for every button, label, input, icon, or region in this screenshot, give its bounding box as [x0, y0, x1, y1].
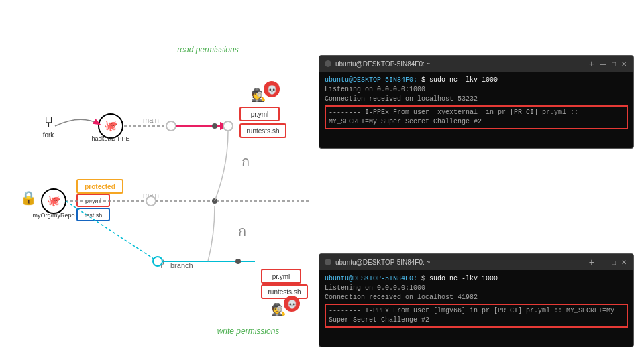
terminal-bottom-line1: Listening on 0.0.0.0:1000: [325, 284, 628, 293]
terminal-bottom-body: ubuntu@DESKTOP-5IN84F0: $ sudo nc -lkv 1…: [319, 270, 633, 332]
maximize-button[interactable]: □: [610, 60, 617, 68]
svg-text:hacker/D-PPE: hacker/D-PPE: [91, 135, 129, 142]
terminal-bottom-icon: [325, 259, 331, 265]
svg-point-30: [146, 196, 156, 206]
terminal-bottom-highlight: -------- I-PPEx From user [lmgv66] in pr…: [325, 304, 628, 328]
terminal-bottom-prompt-line: ubuntu@DESKTOP-5IN84F0: $ sudo nc -lkv 1…: [325, 274, 628, 284]
read-permissions-label: read permissions: [177, 45, 238, 54]
terminal-bottom: ubuntu@DESKTOP-5IN84F0: ~ + — □ ✕ ubuntu…: [319, 253, 634, 347]
svg-text:🐙: 🐙: [104, 119, 117, 132]
terminal-top-highlight: -------- I-PPEx From user [xyexternal] i…: [325, 105, 628, 129]
terminal-bottom-controls[interactable]: — □ ✕: [598, 259, 628, 266]
terminal-bottom-cmd: $ sudo nc -lkv 1000: [421, 275, 498, 282]
terminal-top-title: ubuntu@DESKTOP-5IN84F0: ~: [335, 60, 585, 68]
svg-text:🔒: 🔒: [20, 190, 37, 206]
terminal-top-icon: [325, 60, 331, 67]
terminal-top-line2: Connection received on localhost 53232: [325, 95, 628, 104]
svg-text:ก: ก: [238, 224, 246, 239]
terminal-top-cmd: $ sudo nc -lkv 1000: [421, 76, 498, 84]
svg-line-41: [66, 201, 158, 261]
terminal-top-line1: Listening on 0.0.0.0:1000: [325, 85, 628, 95]
terminal-bottom-titlebar: ubuntu@DESKTOP-5IN84F0: ~ + — □ ✕: [319, 254, 633, 270]
minimize-button[interactable]: —: [598, 60, 608, 68]
svg-text:ก: ก: [241, 154, 250, 169]
diagram-area: read permissions ⑂ fork 🐙 hacker/D-PPE m…: [0, 0, 322, 362]
svg-text:💀: 💀: [267, 84, 277, 95]
terminal-top: ubuntu@DESKTOP-5IN84F0: ~ + — □ ✕ ubuntu…: [319, 55, 634, 149]
terminal-bottom-prompt: ubuntu@DESKTOP-5IN84F0:: [325, 275, 417, 282]
close-button-bottom[interactable]: ✕: [620, 259, 628, 266]
svg-point-42: [153, 257, 162, 266]
svg-text:runtests.sh: runtests.sh: [268, 288, 301, 296]
svg-text:protected: protected: [85, 183, 115, 190]
svg-text:fork: fork: [43, 131, 55, 139]
terminal-bottom-plus[interactable]: +: [589, 257, 594, 267]
svg-text:runtests.sh: runtests.sh: [247, 127, 280, 135]
svg-text:main: main: [143, 116, 159, 124]
svg-text:branch: branch: [170, 261, 193, 269]
svg-point-44: [235, 259, 241, 264]
svg-text:pr.yml: pr.yml: [251, 111, 269, 118]
terminals-area: ubuntu@DESKTOP-5IN84F0: ~ + — □ ✕ ubuntu…: [315, 0, 644, 362]
close-button[interactable]: ✕: [620, 60, 628, 68]
terminal-top-controls[interactable]: — □ ✕: [598, 60, 628, 68]
terminal-top-prompt: ubuntu@DESKTOP-5IN84F0:: [325, 76, 417, 84]
terminal-top-plus[interactable]: +: [589, 58, 594, 69]
terminal-bottom-title: ubuntu@DESKTOP-5IN84F0: ~: [335, 259, 585, 266]
minimize-button-bottom[interactable]: —: [598, 259, 608, 266]
maximize-button-bottom[interactable]: □: [610, 259, 617, 266]
svg-point-10: [212, 123, 217, 129]
svg-text:💀: 💀: [287, 299, 297, 309]
svg-point-6: [166, 121, 176, 131]
terminal-top-prompt-line: ubuntu@DESKTOP-5IN84F0: $ sudo nc -lkv 1…: [325, 76, 628, 85]
svg-text:myOrg/myRepo: myOrg/myRepo: [32, 212, 74, 219]
svg-text:⑂: ⑂: [44, 114, 53, 131]
svg-text:pr.yml: pr.yml: [272, 273, 290, 280]
terminal-bottom-line2: Connection received on localhost 41982: [325, 293, 628, 302]
terminal-top-titlebar: ubuntu@DESKTOP-5IN84F0: ~ + — □ ✕: [319, 56, 633, 72]
svg-point-8: [223, 121, 233, 131]
svg-text:write permissions: write permissions: [217, 326, 280, 336]
svg-text:🐙: 🐙: [47, 194, 60, 207]
terminal-top-body: ubuntu@DESKTOP-5IN84F0: $ sudo nc -lkv 1…: [319, 72, 633, 133]
